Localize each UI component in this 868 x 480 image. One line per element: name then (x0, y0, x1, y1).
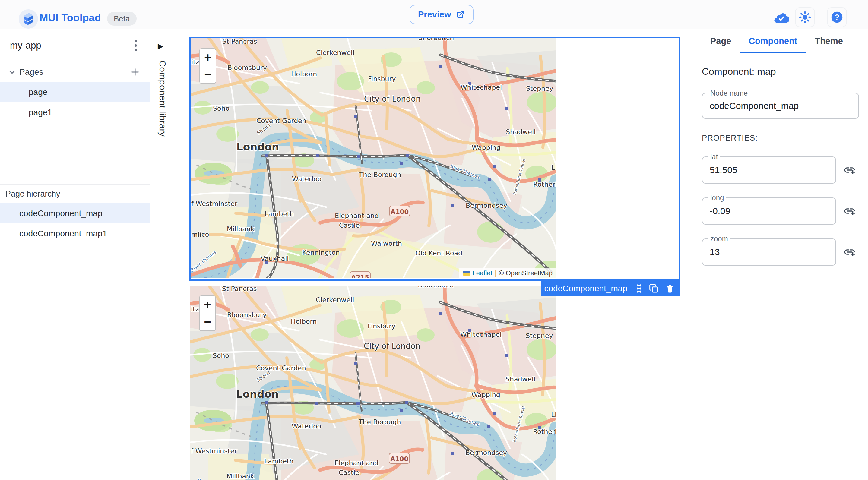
map-attribution: Leaflet|© OpenStreetMap (459, 268, 556, 278)
map-place-label: Bermondsey (465, 449, 507, 456)
leaflet-link[interactable]: Leaflet (473, 269, 493, 277)
openstreetmap-tiles: A100A215St PancrasShoreditchClerkenwellF… (190, 286, 556, 480)
sidebar-item-page1[interactable]: page1 (0, 102, 150, 122)
map-place-label: St Pancras (222, 286, 257, 292)
tab-page[interactable]: Page (702, 29, 740, 53)
map-place-label: f Westminster (191, 447, 237, 455)
sync-status-button[interactable] (772, 7, 792, 27)
zoom-field[interactable]: zoom13 (702, 238, 836, 266)
hierarchy-item-codeComponent_map1[interactable]: codeComponent_map1 (0, 223, 150, 244)
leaflet-zoom-control: +− (199, 48, 216, 84)
selection-toolbar: codeComponent_map (541, 280, 680, 296)
property-row-long: long-0.09 (702, 197, 859, 225)
selection-label: codeComponent_map (544, 284, 627, 293)
editor-canvas[interactable]: A100A215St PancrasShoreditchClerkenwellF… (175, 29, 692, 480)
node-name-value: codeComponent_map (710, 101, 799, 111)
map-place-label: Soho (213, 105, 229, 112)
map-place-label: Castle (339, 222, 360, 229)
help-icon: ? (830, 10, 843, 24)
map-place-label: Elephant and (335, 459, 378, 467)
add-page-button[interactable] (129, 65, 141, 79)
map-component-2[interactable]: A100A215St PancrasShoreditchClerkenwellF… (190, 286, 556, 480)
long-field[interactable]: long-0.09 (702, 197, 836, 225)
pages-collapse-chevron-icon[interactable] (6, 68, 18, 76)
leaflet-zoom-control: +− (199, 295, 216, 331)
zoom-out-button[interactable]: − (200, 313, 215, 330)
map-place-label: Wapping (472, 144, 501, 151)
node-name-label: Node name (708, 89, 750, 97)
road-badge: A215 (350, 271, 370, 278)
app-header: MUI Toolpad Beta Preview (0, 0, 868, 29)
pages-list: pagepage1 (0, 82, 150, 122)
svg-text:A215: A215 (351, 274, 369, 278)
zoom-in-button[interactable]: + (200, 296, 215, 313)
properties-title: PROPERTIES: (702, 133, 859, 142)
selected-component-frame[interactable]: A100A215St PancrasShoreditchClerkenwellF… (189, 37, 680, 281)
app-menu-button[interactable] (130, 39, 142, 52)
map-place-label: Shadwell (505, 375, 535, 383)
preview-button[interactable]: Preview (409, 5, 473, 24)
road-badge: A100 (390, 206, 410, 216)
map-place-label: Finsbury (368, 322, 396, 330)
map-place-label: Stepney (526, 85, 553, 92)
map-place-label: City of London (364, 94, 421, 103)
map-place-label: Holborn (291, 318, 317, 325)
map-place-label: Rotherhithe (533, 181, 556, 188)
lat-field[interactable]: lat51.505 (702, 157, 836, 184)
duplicate-button[interactable] (649, 284, 659, 293)
map-place-label: The Borough (358, 418, 401, 426)
map-place-label: Covent Garden (256, 364, 306, 372)
drag-handle-icon[interactable] (636, 284, 642, 293)
svg-text:?: ? (835, 13, 839, 22)
component-library-panel[interactable]: ▶ Component library (151, 29, 175, 480)
beta-badge: Beta (107, 12, 136, 26)
zoom-field-value: 13 (710, 247, 720, 257)
svg-text:A100: A100 (391, 209, 409, 216)
delete-button[interactable] (665, 284, 674, 293)
hierarchy-item-codeComponent_map[interactable]: codeComponent_map (0, 203, 150, 223)
pages-section-label: Pages (19, 67, 129, 77)
app-name: my-app (10, 40, 41, 51)
map-place-label: Walworth (371, 240, 402, 247)
map-place-label: Shoreditch (418, 286, 454, 289)
add-link-icon (843, 164, 856, 177)
map-place-label: Whitechapel (460, 331, 501, 338)
osm-link[interactable]: © OpenStreetMap (499, 269, 553, 277)
theme-toggle-button[interactable] (795, 7, 815, 27)
cloud-check-icon (774, 11, 789, 23)
zoom-in-button[interactable]: + (200, 49, 216, 66)
zoom-out-button[interactable]: − (200, 66, 216, 83)
app-title: MUI Toolpad (39, 8, 101, 27)
map-place-label: Wapping (471, 391, 500, 398)
map-component-1[interactable]: A100A215St PancrasShoreditchClerkenwellF… (191, 38, 556, 278)
expand-arrow-icon[interactable]: ▶ (158, 42, 163, 50)
map-place-label: Rotherhithe (533, 428, 556, 436)
map-place-label: Finsbury (368, 75, 396, 83)
ukraine-flag-icon (463, 271, 470, 276)
node-name-field[interactable]: Node name codeComponent_map (702, 93, 859, 119)
help-button[interactable]: ? (827, 7, 847, 27)
property-row-zoom: zoom13 (702, 238, 859, 266)
page-hierarchy-list: codeComponent_mapcodeComponent_map1 (0, 203, 150, 244)
bind-lat-button[interactable] (843, 164, 856, 177)
inspector-panel: PageComponentTheme Component: map Node n… (692, 29, 868, 480)
openstreetmap-tiles: A100A215St PancrasShoreditchClerkenwellF… (191, 38, 556, 278)
map-place-label: Old Kent Road (415, 249, 462, 257)
bind-zoom-button[interactable] (843, 246, 856, 258)
bind-long-button[interactable] (843, 205, 856, 217)
long-field-label: long (708, 194, 726, 202)
svg-text:A100: A100 (390, 455, 408, 463)
map-place-label: Clerkenwell (316, 296, 354, 303)
sidebar-item-page[interactable]: page (0, 82, 150, 102)
property-row-lat: lat51.505 (702, 157, 859, 184)
road-badge: A100 (389, 453, 409, 463)
map-place-label: itz (191, 58, 199, 66)
tab-component[interactable]: Component (740, 29, 806, 53)
long-field-value: -0.09 (710, 206, 730, 216)
tab-theme[interactable]: Theme (806, 29, 851, 53)
map-place-label: Lambeth (264, 457, 293, 465)
map-place-label: itz (191, 306, 199, 313)
map-place-label: Millbank (227, 225, 254, 233)
map-place-label: Bloomsbury (227, 64, 267, 71)
explorer-sidebar: my-app Pages pagepage1 Page hierarchy co… (0, 29, 151, 480)
